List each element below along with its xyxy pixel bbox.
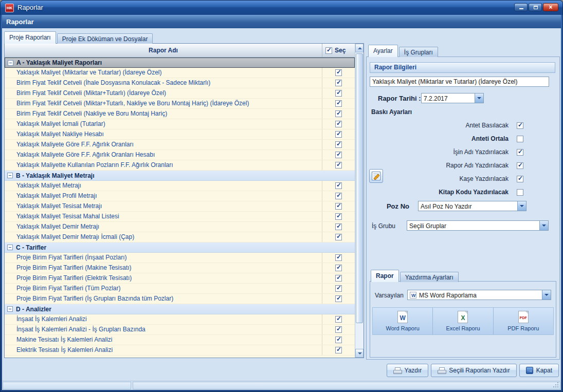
report-row[interactable]: Yaklaşık Maliyete Göre F.F. Ağırlık Oran… xyxy=(5,140,355,150)
table-scrollbar[interactable] xyxy=(355,44,364,358)
print-option-checkbox[interactable] xyxy=(517,149,523,156)
report-check-cell xyxy=(322,181,355,191)
report-row[interactable]: Yaklaşık Maliyet Demir Metrajı İcmali (Ç… xyxy=(5,232,355,242)
report-checkbox[interactable] xyxy=(335,234,342,240)
report-row[interactable]: Makine Tesisatı İş Kalemleri Analizi xyxy=(5,335,355,345)
report-row[interactable]: Proje Birim Fiyat Tarifleri (İş Grupları… xyxy=(5,294,355,304)
report-row[interactable]: Yaklaşık Maliyet Profil Metrajı xyxy=(5,191,355,201)
edit-report-settings-button[interactable] xyxy=(369,169,383,183)
report-row[interactable]: Proje Birim Fiyat Tarifleri (İnşaat Pozl… xyxy=(5,253,355,263)
report-name: Yaklaşık Maliyette Kullanılan Pozların F… xyxy=(5,160,322,170)
chevron-down-icon[interactable] xyxy=(517,201,526,211)
resize-grip[interactable] xyxy=(553,382,559,388)
report-row[interactable]: Yaklaşık Maliyet Tesisat Metrajı xyxy=(5,201,355,212)
report-row[interactable]: Birim Fiyat Teklif Cetveli (Nakliye ve B… xyxy=(5,109,355,119)
close-button[interactable]: × xyxy=(543,3,558,11)
yazdir-button[interactable]: Yazdır xyxy=(387,364,429,377)
group-row[interactable]: C - Tarifler xyxy=(5,242,355,253)
report-checkbox[interactable] xyxy=(335,80,342,86)
tab-rapor[interactable]: Rapor xyxy=(371,270,399,282)
report-row[interactable]: Yaklaşık Maliyette Kullanılan Pozların F… xyxy=(5,160,355,171)
report-checkbox[interactable] xyxy=(335,213,342,220)
scroll-down-button[interactable] xyxy=(355,349,364,358)
tab-proje-ek-d-k-man-ve-dosyalar[interactable]: Proje Ek Döküman ve Dosyalar xyxy=(57,33,153,44)
report-checkbox[interactable] xyxy=(335,110,342,117)
poz-no-select[interactable]: Asıl Poz No Yazdır xyxy=(418,201,526,211)
report-row[interactable]: Yaklaşık Maliyet Tesisat Mahal Listesi xyxy=(5,212,355,222)
chevron-down-icon[interactable] xyxy=(475,94,483,103)
pdf-report-button[interactable]: PDF Raporu xyxy=(494,308,553,334)
collapse-icon[interactable] xyxy=(8,60,13,66)
report-checkbox[interactable] xyxy=(335,203,342,210)
kapat-button[interactable]: Kapat xyxy=(519,364,559,377)
report-row[interactable]: Yaklaşık Maliyet İcmali (Tutarlar) xyxy=(5,119,355,129)
report-row[interactable]: Elektrik Tesisatı İş Kalemleri Analizi xyxy=(5,345,355,356)
scroll-up-button[interactable] xyxy=(355,44,364,52)
is-grubu-select[interactable]: Seçili Gruplar xyxy=(407,220,549,231)
report-checkbox[interactable] xyxy=(335,131,342,138)
report-checkbox[interactable] xyxy=(335,285,342,292)
report-checkbox[interactable] xyxy=(335,275,342,282)
report-checkbox[interactable] xyxy=(335,254,342,261)
select-all-checkbox[interactable] xyxy=(325,47,332,54)
report-checkbox[interactable] xyxy=(335,152,342,158)
report-checkbox[interactable] xyxy=(335,69,342,76)
word-report-button[interactable]: Word Raporu xyxy=(373,308,433,334)
tab-ayarlar[interactable]: Ayarlar xyxy=(368,45,398,57)
print-option-checkbox[interactable] xyxy=(517,122,523,129)
tab-yazd-rma-ayarlar[interactable]: Yazdırma Ayarları xyxy=(400,272,459,282)
report-checkbox[interactable] xyxy=(335,337,342,343)
report-row[interactable]: İnşaat İş Kalemleri Analizi - İş Gruplar… xyxy=(5,325,355,335)
secili-raporlari-yazdir-button[interactable]: Seçili Raporları Yazdır xyxy=(431,364,516,377)
report-row[interactable]: Yaklaşık Maliyete Göre F.F. Ağırlık Oran… xyxy=(5,150,355,160)
report-row[interactable]: Yaklaşık Maliyet (Miktarlar ve Tutarlar)… xyxy=(5,68,355,78)
collapse-icon[interactable] xyxy=(7,173,13,178)
print-option-checkbox[interactable] xyxy=(517,136,523,142)
report-row[interactable]: Proje Birim Fiyat Tarifleri (Tüm Pozlar) xyxy=(5,284,355,294)
report-checkbox[interactable] xyxy=(335,316,342,323)
scrollbar-thumb[interactable] xyxy=(356,53,363,323)
report-checkbox[interactable] xyxy=(335,347,342,353)
tab-proje-raporlar[interactable]: Proje Raporları xyxy=(4,31,56,44)
report-checkbox[interactable] xyxy=(335,193,342,199)
report-row[interactable]: Proje Birim Fiyat Tarifleri (Elektrik Te… xyxy=(5,273,355,284)
report-checkbox[interactable] xyxy=(335,182,342,189)
rapor-bilgileri-header: Rapor Bilgileri xyxy=(370,62,555,73)
minimize-button[interactable] xyxy=(514,3,528,11)
tab-i-gruplar[interactable]: İş Grupları xyxy=(399,47,438,57)
report-checkbox[interactable] xyxy=(335,265,342,271)
report-row[interactable]: Yaklaşık Maliyet Metrajı xyxy=(5,181,355,191)
report-date-select[interactable]: 7.2.2017 xyxy=(421,93,484,103)
group-row[interactable]: B - Yaklaşık Maliyet Metrajı xyxy=(5,171,355,181)
report-row[interactable]: Birim Fiyat Teklif Cetveli (Miktar+Tutar… xyxy=(5,88,355,99)
print-option-checkbox[interactable] xyxy=(517,162,523,169)
report-checkbox[interactable] xyxy=(335,141,342,148)
maximize-button[interactable] xyxy=(529,3,542,11)
report-checkbox[interactable] xyxy=(335,223,342,230)
chevron-down-icon[interactable] xyxy=(539,221,548,230)
default-report-select[interactable]: MS Word Raporlama xyxy=(407,290,551,300)
report-checkbox[interactable] xyxy=(335,100,342,107)
report-row[interactable]: Birim Fiyat Teklif Cetveli (Miktar+Tutar… xyxy=(5,99,355,109)
report-checkbox[interactable] xyxy=(335,121,342,127)
report-row[interactable]: İnşaat İş Kalemleri Analizi xyxy=(5,314,355,325)
report-checkbox[interactable] xyxy=(335,326,342,333)
group-row[interactable]: A - Yaklaşık Maliyet Raporları xyxy=(5,58,355,68)
report-checkbox[interactable] xyxy=(335,90,342,97)
report-row[interactable]: Birim Fiyat Teklif Cetveli (İhale Dosyas… xyxy=(5,78,355,88)
report-row[interactable]: Yaklaşık Maliyet Demir Metrajı xyxy=(5,222,355,232)
collapse-icon[interactable] xyxy=(7,306,13,312)
excel-report-button[interactable]: Excel Raporu xyxy=(433,308,493,334)
collapse-icon[interactable] xyxy=(7,245,13,250)
report-name-input[interactable] xyxy=(370,77,549,87)
column-header-sec[interactable]: Seç xyxy=(322,44,355,57)
report-row[interactable]: Yaklaşık Maliyet Nakliye Hesabı xyxy=(5,129,355,140)
report-checkbox[interactable] xyxy=(335,295,342,302)
chevron-down-icon[interactable] xyxy=(542,290,551,300)
column-header-rapor-adi[interactable]: Rapor Adı xyxy=(5,44,322,57)
print-option-checkbox[interactable] xyxy=(517,189,523,196)
report-row[interactable]: Proje Birim Fiyat Tarifleri (Makine Tesi… xyxy=(5,263,355,273)
group-row[interactable]: D - Analizler xyxy=(5,304,355,314)
print-option-checkbox[interactable] xyxy=(517,176,523,182)
report-checkbox[interactable] xyxy=(335,162,342,169)
